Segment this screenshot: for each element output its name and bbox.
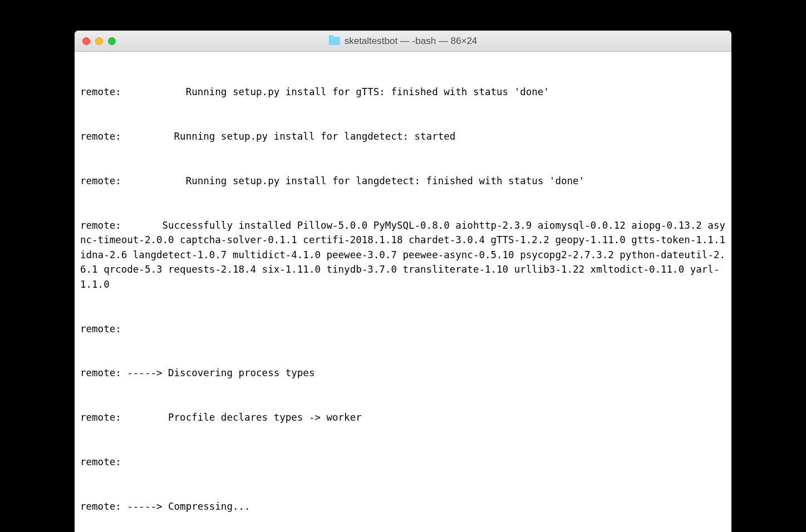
terminal-line: remote: Running setup.py install for gTT… (80, 85, 726, 100)
terminal-line: remote: Running setup.py install for lan… (80, 129, 726, 144)
window-titlebar[interactable]: sketaltestbot — -bash — 86×24 (75, 31, 731, 52)
terminal-line: remote: (80, 455, 726, 470)
folder-icon (329, 37, 340, 45)
window-close-button[interactable] (82, 37, 90, 45)
window-minimize-button[interactable] (95, 37, 103, 45)
terminal-line: remote: Successfully installed Pillow-5.… (80, 218, 726, 292)
terminal-window: sketaltestbot — -bash — 86×24 remote: Ru… (75, 31, 731, 532)
terminal-line: remote: Running setup.py install for lan… (80, 174, 726, 189)
terminal-line: remote: Procfile declares types -> worke… (80, 410, 726, 425)
window-zoom-button[interactable] (108, 37, 116, 45)
terminal-line: remote: -----> Compressing... (80, 499, 726, 514)
traffic-lights (82, 37, 116, 45)
terminal-content[interactable]: remote: Running setup.py install for gTT… (75, 52, 731, 532)
terminal-line: remote: (80, 322, 726, 337)
window-title-text: sketaltestbot — -bash — 86×24 (345, 36, 478, 47)
window-title: sketaltestbot — -bash — 86×24 (329, 36, 478, 47)
terminal-line: remote: -----> Discovering process types (80, 366, 726, 381)
